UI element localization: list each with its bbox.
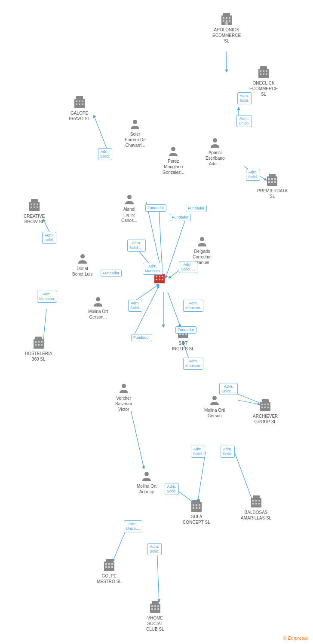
svg-rect-27	[223, 17, 224, 19]
label-perez: Perez Manglano Gonzalez...	[163, 158, 184, 175]
svg-rect-116	[105, 563, 107, 565]
svg-rect-109	[255, 500, 257, 501]
label-sotingles: SOT INGLES SL	[172, 340, 194, 352]
label-hosteleria: HOSTELERIA 360 SL	[25, 351, 52, 362]
badge-adm-mancom-sot2: Adm.Mancom.	[183, 358, 203, 370]
svg-line-18	[198, 452, 206, 501]
svg-rect-94	[267, 404, 269, 405]
svg-rect-88	[182, 334, 184, 335]
node-aparici: Aparici Escribano Aitor...	[206, 137, 224, 167]
badge-adm-solid-molinaort: Adm.Solid.	[128, 300, 142, 312]
svg-rect-81	[162, 279, 163, 280]
node-alandi: Alandi Lopez Carlos...	[121, 193, 137, 223]
node-galope: GALOPE BRAVO SL	[69, 95, 90, 122]
svg-rect-104	[196, 507, 197, 509]
label-apolonios: APOLONIOS ECOMMERCE SL	[212, 27, 241, 44]
svg-rect-127	[151, 608, 153, 610]
label-vercher: Vercher Salvador Victor	[115, 395, 132, 412]
svg-rect-45	[271, 178, 273, 180]
svg-rect-93	[264, 404, 266, 405]
svg-rect-62	[37, 204, 38, 205]
svg-rect-52	[76, 100, 77, 102]
svg-rect-38	[266, 70, 267, 72]
svg-rect-41	[266, 73, 267, 75]
svg-rect-55	[76, 103, 77, 105]
label-soler: Soler Porrero De Chavarri...	[125, 131, 146, 148]
svg-rect-101	[196, 504, 197, 506]
svg-rect-80	[159, 279, 160, 280]
svg-line-16	[135, 284, 159, 301]
svg-rect-77	[159, 276, 160, 277]
svg-rect-118	[111, 563, 113, 565]
badge-adm-solid-central1: Adm.Solid.....	[127, 240, 146, 252]
svg-rect-60	[31, 204, 32, 205]
badge-adm-mancom-hosteleria: Adm.Mancom.	[37, 291, 57, 303]
node-donat: Donat Bonet Luis	[72, 252, 92, 277]
svg-rect-51	[76, 96, 83, 100]
svg-rect-97	[267, 407, 269, 408]
svg-rect-30	[223, 20, 224, 22]
svg-rect-87	[179, 334, 181, 335]
svg-rect-31	[226, 20, 227, 22]
label-molinagerson: Molina Orti Gerson	[204, 407, 225, 419]
svg-rect-47	[268, 181, 270, 183]
svg-rect-115	[106, 559, 113, 562]
svg-rect-33	[225, 22, 228, 25]
svg-point-136	[96, 297, 100, 301]
badge-adm-solid-gula2: Adm.Solid.	[165, 483, 179, 495]
badge-fundador-vercher: Fundador	[131, 334, 152, 341]
node-creative: CREATIVE SHOW SL	[24, 198, 45, 225]
svg-rect-70	[41, 341, 43, 343]
badge-adm-mancom-sot: Adm.Mancom.	[183, 300, 203, 312]
svg-rect-102	[199, 504, 200, 506]
badge-adm-unico-golpe: Adm.Unico....	[124, 520, 142, 532]
svg-rect-44	[268, 178, 270, 180]
badge-adm-solid-vhome: Adm.Solid.	[147, 543, 162, 555]
svg-rect-111	[252, 503, 254, 504]
node-golpe: GOLPE MESTRO SL	[97, 558, 122, 584]
svg-rect-123	[152, 601, 159, 605]
svg-rect-43	[269, 174, 276, 177]
badge-fundador-1: Fundador	[145, 204, 166, 212]
svg-rect-119	[105, 566, 107, 568]
svg-point-133	[127, 195, 132, 199]
badge-fundador-2: Fundador	[170, 214, 191, 221]
svg-point-135	[80, 254, 85, 258]
svg-rect-72	[38, 344, 40, 346]
svg-rect-89	[185, 334, 187, 335]
svg-rect-68	[35, 341, 37, 343]
svg-rect-95	[261, 407, 263, 408]
badge-adm-solid-baldosas: Adm.Solid.	[221, 446, 235, 458]
node-vhome: VHOME SOCIAL CLUB SL	[146, 600, 164, 632]
svg-rect-79	[156, 279, 157, 280]
node-premierdata: PREMIERDATA SL	[257, 173, 288, 199]
svg-rect-36	[260, 70, 261, 72]
node-soler: Soler Porrero De Chavarri...	[125, 118, 146, 148]
svg-rect-54	[82, 100, 83, 102]
badge-adm-unico-aparici: Adm.Unico.	[236, 115, 252, 127]
svg-rect-32	[229, 20, 230, 22]
svg-rect-128	[154, 608, 156, 610]
badge-adm-solid-oneclick: Adm.Solid.	[237, 92, 252, 104]
svg-rect-120	[108, 566, 110, 568]
svg-rect-110	[258, 500, 260, 501]
node-apolonios: APOLONIOS ECOMMERCE SL	[212, 12, 241, 44]
badge-adm-solid-gula1: Adm.Solid.	[191, 446, 205, 458]
svg-rect-125	[154, 605, 156, 607]
svg-rect-48	[271, 181, 273, 183]
svg-rect-26	[223, 13, 230, 16]
graph-container: APOLONIOS ECOMMERCE SL ONECLICK ECOMMERC…	[0, 0, 313, 644]
badge-adm-solid-creative: Adm.Solid.	[42, 232, 56, 244]
label-donat: Donat Bonet Luis	[72, 266, 92, 277]
svg-point-134	[200, 237, 204, 241]
svg-rect-67	[35, 337, 42, 340]
svg-rect-78	[162, 276, 163, 277]
label-galope: GALOPE BRAVO SL	[69, 110, 90, 122]
svg-rect-64	[34, 207, 35, 208]
svg-point-132	[213, 138, 217, 143]
svg-rect-103	[193, 507, 194, 509]
svg-rect-53	[79, 100, 80, 102]
badge-adm-solid-galope: Adm.Solid.	[98, 148, 112, 160]
svg-point-137	[122, 384, 126, 388]
svg-rect-28	[226, 17, 227, 19]
